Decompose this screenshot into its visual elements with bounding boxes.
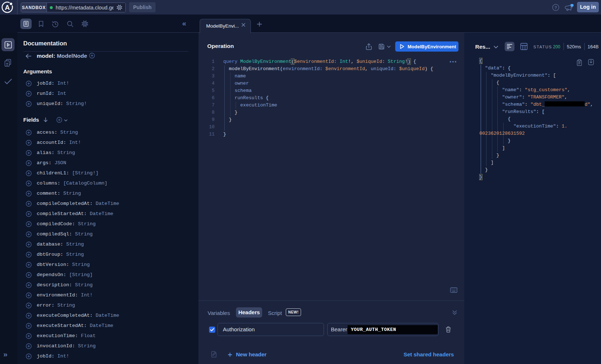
svg-text:?: ?	[554, 5, 557, 10]
svg-text:A: A	[5, 4, 10, 11]
